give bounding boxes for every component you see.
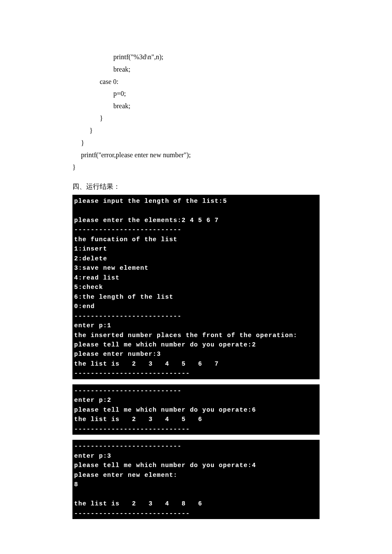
terminal-output-3: -------------------------- enter p:3 ple… (72, 440, 320, 519)
document-page: printf("%3d\n",n); break; case 0: p=0; b… (0, 0, 392, 550)
section-heading-results: 四、运行结果： (72, 182, 320, 191)
terminal-output-2: -------------------------- enter p:2 ple… (72, 384, 320, 435)
terminal-output-1: please input the length of the list:5 pl… (72, 195, 320, 379)
source-code: printf("%3d\n",n); break; case 0: p=0; b… (72, 51, 320, 174)
